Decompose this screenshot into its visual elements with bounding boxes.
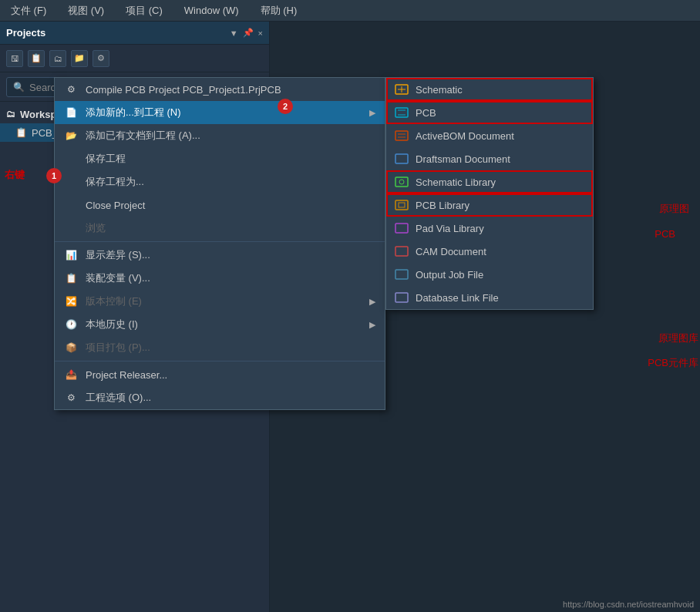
svg-rect-12 (395, 200, 408, 210)
submenu-dblink[interactable]: Database Link File (386, 286, 593, 309)
ctx-add-new-label: 添加新的...到工程 (N) (86, 106, 181, 119)
ctx-sep2 (55, 361, 385, 361)
submenu-schematic[interactable]: Schematic (386, 78, 593, 101)
ctx-variant[interactable]: 📋 装配变量 (V)... (55, 267, 385, 290)
close-project-icon (64, 198, 78, 212)
add-existing-icon: 📂 (64, 129, 78, 143)
vcs-icon: 🔀 (64, 294, 78, 308)
toolbar-folder-btn[interactable]: 🗂 (49, 50, 66, 67)
submenu-schlib[interactable]: Schematic Library (386, 170, 593, 193)
variant-icon: 📋 (64, 271, 78, 285)
submenu-output-label: Output Job File (416, 269, 483, 281)
panel-pin-btn[interactable]: ▼ (230, 29, 238, 38)
ctx-diff[interactable]: 📊 显示差异 (S)... (55, 244, 385, 267)
pcblib-icon (394, 199, 409, 211)
history-icon: 🕐 (64, 318, 78, 331)
draftsman-icon (394, 153, 409, 165)
panel-close-btn[interactable]: × (258, 29, 263, 38)
toolbar-new-btn[interactable]: 🖫 (6, 50, 23, 67)
schematic-icon (394, 83, 409, 96)
submenu-output[interactable]: Output Job File (386, 263, 593, 286)
submenu-pcb-label: PCB (416, 107, 436, 119)
submenu-draftsman[interactable]: Draftsman Document (386, 147, 593, 170)
ctx-diff-label: 显示差异 (S)... (86, 248, 150, 262)
add-new-icon: 📄 (64, 106, 78, 119)
ctx-vcs: 🔀 版本控制 (E) ▶ (55, 290, 385, 313)
submenu-arrow-icon: ▶ (369, 108, 375, 118)
annotation-pcbyuanjian: PCB元件库 (648, 356, 698, 370)
svg-rect-16 (395, 270, 408, 279)
ctx-options[interactable]: ⚙ 工程选项 (O)... (55, 386, 385, 409)
ctx-package: 📦 项目打包 (P)... (55, 336, 385, 359)
ctx-add-existing-label: 添加已有文档到工程 (A)... (86, 129, 200, 143)
toolbar-copy-btn[interactable]: 📋 (28, 50, 45, 67)
ctx-history[interactable]: 🕐 本地历史 (I) ▶ (55, 313, 385, 336)
ctx-close-project-label: Close Project (86, 200, 145, 211)
history-arrow-icon: ▶ (369, 320, 375, 330)
menu-file[interactable]: 文件 (F) (6, 2, 51, 19)
cam-icon (394, 245, 409, 257)
badge-step1: 1 (46, 168, 62, 183)
browse-icon (64, 221, 78, 235)
annotation-yuanlitu: 原理图 (659, 202, 689, 216)
ctx-options-label: 工程选项 (O)... (86, 391, 151, 405)
submenu-padvia-label: Pad Via Library (416, 223, 484, 234)
diff-icon: 📊 (64, 248, 78, 262)
ctx-vcs-label: 版本控制 (E) (86, 294, 142, 308)
vcs-arrow-icon: ▶ (369, 297, 375, 307)
menubar: 文件 (F) 视图 (V) 项目 (C) Window (W) 帮助 (H) (0, 0, 700, 22)
submenu-activebom[interactable]: ActiveBOM Document (386, 124, 593, 147)
project-icon: 📋 (15, 127, 27, 138)
menu-help[interactable]: 帮助 (H) (256, 2, 302, 19)
ctx-compile[interactable]: ⚙ Compile PCB Project PCB_Project1.PrjPC… (55, 78, 385, 101)
submenu-schematic-label: Schematic (416, 84, 463, 96)
svg-rect-15 (395, 247, 408, 256)
output-icon (394, 268, 409, 281)
ctx-compile-label: Compile PCB Project PCB_Project1.PrjPCB (86, 84, 281, 96)
badge-step2: 2 (278, 99, 293, 114)
ctx-save-as-label: 保存工程为... (86, 175, 144, 189)
svg-point-11 (399, 180, 404, 184)
padvia-icon (394, 222, 409, 234)
ctx-release-label: Project Releaser... (86, 369, 167, 381)
submenu: Schematic PCB ActiveBOM Document Draftsm… (385, 77, 594, 310)
submenu-cam[interactable]: CAM Document (386, 240, 593, 263)
ctx-add-new[interactable]: 📄 添加新的...到工程 (N) ▶ (55, 101, 385, 124)
ctx-sep1 (55, 241, 385, 242)
pcb-icon (394, 106, 409, 119)
ctx-save-as[interactable]: 保存工程为... (55, 170, 385, 193)
search-icon: 🔍 (13, 82, 25, 92)
svg-rect-13 (399, 203, 405, 207)
badge-2-circle: 2 (278, 99, 293, 114)
context-menu: ⚙ Compile PCB Project PCB_Project1.PrjPC… (54, 77, 385, 410)
svg-rect-14 (395, 224, 408, 233)
activebom-icon (394, 129, 409, 142)
toolbar-open-btn[interactable]: 📁 (71, 50, 88, 67)
save-as-icon (64, 175, 78, 189)
submenu-pcb[interactable]: PCB (386, 101, 593, 124)
ctx-add-existing[interactable]: 📂 添加已有文档到工程 (A)... (55, 124, 385, 147)
ctx-package-label: 项目打包 (P)... (86, 341, 150, 355)
panel-toolbar: 🖫 📋 🗂 📁 ⚙ (0, 45, 269, 72)
svg-rect-3 (395, 108, 408, 117)
svg-rect-6 (395, 131, 408, 140)
submenu-schlib-label: Schematic Library (416, 177, 496, 188)
options-icon: ⚙ (64, 391, 78, 405)
panel-header: Projects ▼ 📌 × (0, 22, 269, 45)
ctx-variant-label: 装配变量 (V)... (86, 271, 150, 285)
menu-view[interactable]: 视图 (V) (63, 2, 109, 19)
submenu-pcblib-label: PCB Library (416, 200, 469, 211)
menu-window[interactable]: Window (W) (180, 3, 244, 18)
ctx-save[interactable]: 保存工程 (55, 147, 385, 170)
schlib-icon (394, 176, 409, 188)
submenu-dblink-label: Database Link File (416, 292, 499, 304)
panel-lock-btn[interactable]: 📌 (243, 28, 254, 38)
ctx-close-project[interactable]: Close Project (55, 193, 385, 217)
menu-project[interactable]: 项目 (C) (121, 2, 167, 19)
toolbar-settings-btn[interactable]: ⚙ (93, 50, 109, 67)
submenu-pcblib[interactable]: PCB Library (386, 193, 593, 217)
submenu-padvia[interactable]: Pad Via Library (386, 217, 593, 240)
submenu-activebom-label: ActiveBOM Document (416, 130, 514, 142)
rightclick-annotation: 右键 (5, 168, 25, 182)
ctx-release[interactable]: 📤 Project Releaser... (55, 363, 385, 386)
